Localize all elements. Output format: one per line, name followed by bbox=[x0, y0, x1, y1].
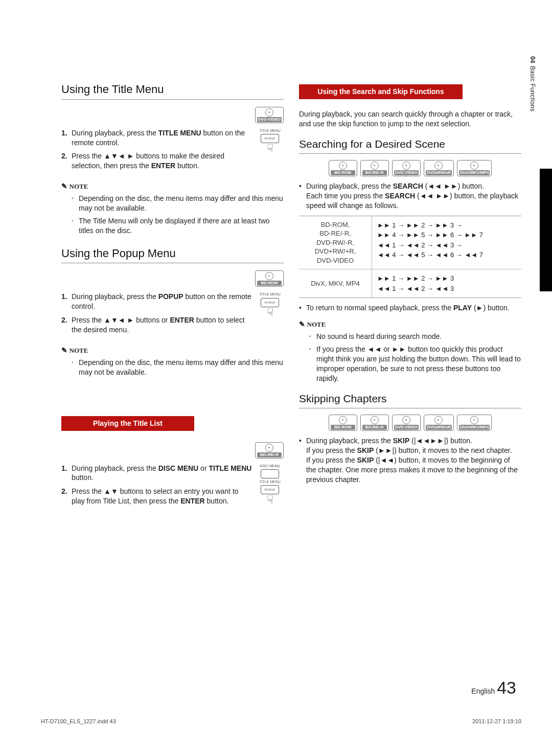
note-item: The Title Menu will only be displayed if… bbox=[72, 216, 284, 236]
steps-list: 1. During playback, press the TITLE MENU… bbox=[61, 128, 253, 171]
thumb-tab-icon bbox=[540, 169, 552, 291]
hand-icon: ☟ bbox=[256, 495, 284, 505]
note-list: Depending on the disc, the menu items ma… bbox=[72, 358, 284, 377]
heading-title-menu: Using the Title Menu bbox=[61, 82, 284, 100]
list-item: 1. During playback, press the POPUP butt… bbox=[61, 292, 253, 311]
note-list: No sound is heard during search mode. If… bbox=[309, 332, 521, 383]
page-number: 43 bbox=[497, 678, 516, 697]
bullet-text: During playback, press the SKIP (|◄◄►►|)… bbox=[306, 436, 521, 484]
remote-label: TITLE MENU bbox=[256, 128, 284, 133]
step-number: 1. bbox=[61, 464, 72, 483]
badge: DVD-VIDEO bbox=[392, 415, 421, 431]
badge: DivX/MKV/MP4 bbox=[457, 415, 492, 431]
badge-bd-re-r: BD-RE/-R bbox=[255, 442, 284, 459]
bullet-item: • During playback, press the SKIP (|◄◄►►… bbox=[299, 436, 521, 484]
bullet-item: • During playback, press the SEARCH (◄◄ … bbox=[299, 181, 521, 211]
step-text: During playback, press the DISC MENU or … bbox=[72, 464, 253, 483]
note-list: Depending on the disc, the menu items ma… bbox=[72, 194, 284, 236]
print-footer: HT-D7100_ELS_1227.indd 43 2011-12-27 1:1… bbox=[41, 718, 521, 725]
remote-illustration: TITLE MENU POPUP ☟ bbox=[256, 128, 284, 153]
steps-list: 1. During playback, press the DISC MENU … bbox=[61, 464, 253, 507]
list-item: 1. During playback, press the TITLE MENU… bbox=[61, 128, 253, 148]
heading-skipping: Skipping Chapters bbox=[299, 392, 521, 408]
disc-menu-button-icon bbox=[261, 469, 279, 478]
media-badges: BD-ROM BD-RE/-R DVD-VIDEO DVD±RW/±R DivX… bbox=[299, 160, 521, 176]
step-text: Press the ▲▼◄ ► buttons or ENTER button … bbox=[72, 315, 253, 335]
badge: DVD±RW/±R bbox=[424, 160, 454, 176]
section-bar: Using the Search and Skip Functions bbox=[299, 84, 463, 99]
step-text: During playback, press the TITLE MENU bu… bbox=[72, 128, 253, 148]
note-item: Depending on the disc, the menu items ma… bbox=[72, 358, 284, 377]
media-badges: BD-RE/-R bbox=[61, 442, 284, 459]
badge-dvd-video: DVD-VIDEO bbox=[255, 107, 284, 123]
badge: DVD±RW/±R bbox=[424, 415, 454, 431]
remote-illustration: TITLE MENU POPUP ☟ bbox=[256, 292, 284, 317]
step-number: 2. bbox=[61, 151, 72, 171]
media-badges: DVD-VIDEO bbox=[61, 107, 284, 123]
badge: BD-ROM bbox=[329, 160, 357, 176]
bullet-icon: • bbox=[299, 181, 306, 211]
content-columns: Using the Title Menu DVD-VIDEO TITLE MEN… bbox=[61, 61, 521, 510]
step-text: Press the ▲▼ buttons to select an entry … bbox=[72, 487, 253, 506]
hand-icon: ☟ bbox=[256, 308, 284, 317]
badge: BD-RE/-R bbox=[360, 415, 389, 431]
badge: DVD-VIDEO bbox=[392, 160, 421, 176]
chapter-number: 04 bbox=[528, 56, 537, 63]
bullet-icon: • bbox=[299, 303, 306, 313]
note-heading: NOTE bbox=[299, 320, 521, 330]
note-heading: NOTE bbox=[61, 182, 284, 192]
hand-icon: ☟ bbox=[256, 144, 284, 153]
step-text: During playback, press the POPUP button … bbox=[72, 292, 253, 311]
step-number: 1. bbox=[61, 128, 72, 148]
remote-illustration: DISC MENU TITLE MENU POPUP ☟ bbox=[256, 464, 284, 505]
page-footer: English 43 bbox=[471, 676, 516, 700]
section-bar: Playing the Title List bbox=[61, 416, 194, 431]
bullet-icon: • bbox=[299, 436, 306, 484]
badge: BD-RE/-R bbox=[360, 160, 389, 176]
print-date: 2011-12-27 1:19:10 bbox=[472, 718, 521, 725]
left-column: Using the Title Menu DVD-VIDEO TITLE MEN… bbox=[61, 61, 284, 510]
language-label: English bbox=[471, 687, 495, 695]
speed-table: BD-ROM, BD-RE/-R, DVD-RW/-R, DVD+RW/+R, … bbox=[299, 216, 521, 299]
list-item: 1. During playback, press the DISC MENU … bbox=[61, 464, 253, 483]
table-row: DivX, MKV, MP4 ►► 1 → ►► 2 → ►► 3 ◄◄ 1 →… bbox=[299, 269, 521, 297]
speeds-cell: ►► 1 → ►► 2 → ►► 3 ◄◄ 1 → ◄◄ 2 → ◄◄ 3 bbox=[372, 269, 521, 297]
badge: BD-ROM bbox=[329, 415, 357, 431]
remote-label: TITLE MENU bbox=[256, 292, 284, 296]
right-column: Using the Search and Skip Functions Duri… bbox=[299, 61, 521, 510]
note-heading: NOTE bbox=[61, 346, 284, 356]
heading-searching: Searching for a Desired Scene bbox=[299, 137, 521, 154]
manual-page: 04 Basic Functions Using the Title Menu … bbox=[0, 0, 552, 756]
step-text: Press the ▲▼◄ ► buttons to make the desi… bbox=[72, 151, 253, 171]
note-item: If you press the ◄◄ or ►► button too qui… bbox=[309, 345, 521, 383]
badge-bd-rom: BD-ROM bbox=[255, 270, 284, 287]
media-badges: BD-ROM BD-RE/-R DVD-VIDEO DVD±RW/±R DivX… bbox=[299, 415, 521, 431]
step-number: 1. bbox=[61, 292, 72, 311]
media-badges: BD-ROM bbox=[61, 270, 284, 287]
bullet-text: To return to normal speed playback, pres… bbox=[306, 303, 510, 313]
bullet-text: During playback, press the SEARCH (◄◄ ►►… bbox=[306, 181, 521, 211]
list-item: 2. Press the ▲▼◄ ► buttons to make the d… bbox=[61, 151, 253, 171]
remote-label: TITLE MENU bbox=[256, 479, 284, 484]
media-cell: DivX, MKV, MP4 bbox=[299, 269, 372, 297]
remote-label: DISC MENU bbox=[256, 464, 284, 468]
step-number: 2. bbox=[61, 315, 72, 335]
note-item: Depending on the disc, the menu items ma… bbox=[72, 194, 284, 213]
source-file: HT-D7100_ELS_1227.indd 43 bbox=[41, 718, 116, 725]
badge: DivX/MKV/MP4 bbox=[457, 160, 492, 176]
media-cell: BD-ROM, BD-RE/-R, DVD-RW/-R, DVD+RW/+R, … bbox=[299, 216, 372, 269]
intro-text: During playback, you can search quickly … bbox=[299, 109, 521, 129]
list-item: 2. Press the ▲▼ buttons to select an ent… bbox=[61, 487, 253, 506]
list-item: 2. Press the ▲▼◄ ► buttons or ENTER butt… bbox=[61, 315, 253, 335]
steps-list: 1. During playback, press the POPUP butt… bbox=[61, 292, 253, 335]
bullet-item: • To return to normal speed playback, pr… bbox=[299, 303, 521, 313]
chapter-label: Basic Functions bbox=[528, 66, 537, 111]
speeds-cell: ►► 1 → ►► 2 → ►► 3 → ►► 4 → ►► 5 → ►► 6 … bbox=[372, 216, 521, 269]
side-tab: 04 Basic Functions bbox=[528, 56, 537, 112]
note-item: No sound is heard during search mode. bbox=[309, 332, 521, 341]
step-number: 2. bbox=[61, 487, 72, 506]
table-row: BD-ROM, BD-RE/-R, DVD-RW/-R, DVD+RW/+R, … bbox=[299, 216, 521, 270]
heading-popup-menu: Using the Popup Menu bbox=[61, 246, 284, 264]
